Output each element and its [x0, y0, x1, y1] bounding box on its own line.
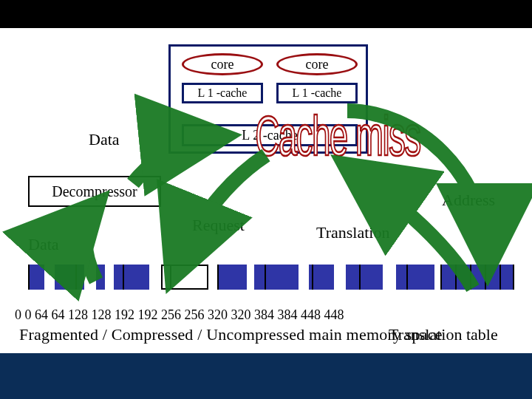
memory-bar: [28, 265, 442, 290]
core-right: core: [276, 53, 358, 75]
memory-space-label: Fragmented / Compressed / Uncompressed m…: [19, 325, 443, 344]
l1-left-label: L 1 -cache: [198, 86, 248, 100]
l1-right-label: L 1 -cache: [293, 86, 342, 100]
request-label: Request: [192, 216, 245, 235]
cache-miss-wordart: Cache miss: [250, 103, 426, 168]
core-left-label: core: [211, 57, 234, 72]
data-label-bottom: Data: [28, 235, 59, 254]
l1-cache-left: L 1 -cache: [182, 83, 263, 103]
decompressor-box: Decompressor: [28, 176, 161, 207]
core-left: core: [182, 53, 263, 75]
translation-table-bar: [440, 265, 514, 290]
data-label-top: Data: [89, 130, 120, 149]
l1-cache-right: L 1 -cache: [276, 83, 358, 103]
cache-miss-text: Cache miss: [255, 104, 420, 167]
translation-label: Translation: [316, 223, 389, 242]
core-right-label: core: [306, 57, 329, 72]
decompressor-label: Decompressor: [52, 183, 137, 200]
axis-tick-labels: 0 0 64 64 128 128 192 192 256 256 320 32…: [15, 307, 344, 323]
address-label: Address: [442, 191, 495, 210]
